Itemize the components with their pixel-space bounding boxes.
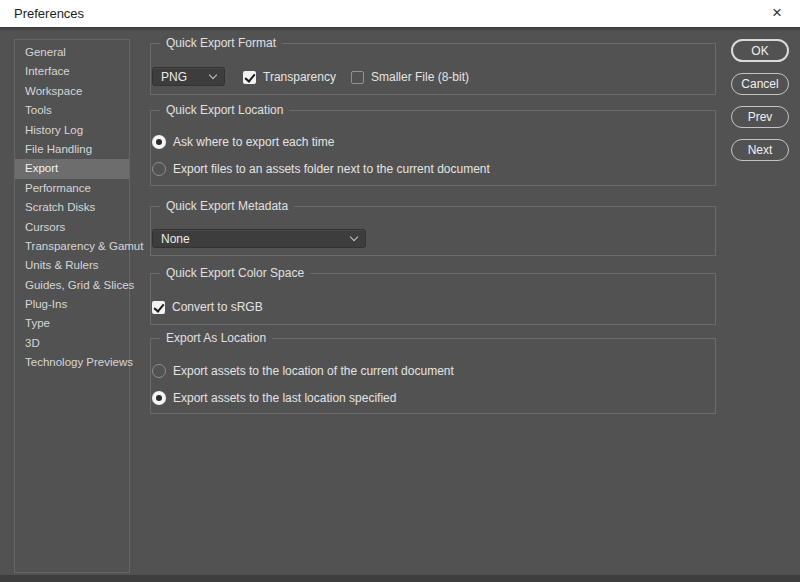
dialog-title: Preferences bbox=[0, 6, 84, 21]
last-location-radio-row[interactable]: Export assets to the last location speci… bbox=[152, 389, 396, 407]
sidebar-item-workspace[interactable]: Workspace bbox=[15, 82, 129, 101]
dialog-body: General Interface Workspace Tools Histor… bbox=[0, 27, 800, 582]
assets-folder-label: Export files to an assets folder next to… bbox=[173, 162, 490, 176]
sidebar-item-scratch-disks[interactable]: Scratch Disks bbox=[15, 198, 129, 217]
current-document-radio[interactable] bbox=[152, 364, 166, 378]
sidebar-item-plug-ins[interactable]: Plug-Ins bbox=[15, 295, 129, 314]
sidebar-item-export[interactable]: Export bbox=[15, 159, 129, 178]
transparency-checkbox-row[interactable]: Transparency bbox=[243, 68, 336, 86]
chevron-down-icon bbox=[209, 71, 217, 79]
sidebar-item-general[interactable]: General bbox=[15, 43, 129, 62]
window-bottom-edge bbox=[0, 575, 800, 582]
titlebar: Preferences × bbox=[0, 0, 800, 27]
group-title: Export As Location bbox=[160, 331, 272, 345]
convert-srgb-label: Convert to sRGB bbox=[172, 300, 263, 314]
group-export-as-location: Export As Location Export assets to the … bbox=[150, 338, 716, 414]
metadata-dropdown-value: None bbox=[161, 232, 190, 246]
preferences-dialog: Preferences × General Interface Workspac… bbox=[0, 0, 800, 582]
ask-where-radio[interactable] bbox=[152, 135, 166, 149]
last-location-label: Export assets to the last location speci… bbox=[173, 391, 396, 405]
sidebar-item-units-rulers[interactable]: Units & Rulers bbox=[15, 256, 129, 275]
metadata-dropdown[interactable]: None bbox=[152, 229, 366, 248]
assets-folder-radio[interactable] bbox=[152, 162, 166, 176]
smaller-file-checkbox-row[interactable]: Smaller File (8-bit) bbox=[351, 68, 469, 86]
chevron-down-icon bbox=[350, 233, 358, 241]
next-button[interactable]: Next bbox=[731, 139, 789, 161]
close-icon[interactable]: × bbox=[762, 0, 792, 26]
sidebar-item-guides-grid-slices[interactable]: Guides, Grid & Slices bbox=[15, 276, 129, 295]
sidebar-item-3d[interactable]: 3D bbox=[15, 334, 129, 353]
sidebar-item-technology-previews[interactable]: Technology Previews bbox=[15, 353, 129, 372]
last-location-radio[interactable] bbox=[152, 391, 166, 405]
prev-button[interactable]: Prev bbox=[731, 106, 789, 128]
sidebar-item-performance[interactable]: Performance bbox=[15, 179, 129, 198]
format-dropdown[interactable]: PNG bbox=[152, 67, 225, 86]
group-quick-export-format: Quick Export Format PNG Transparency Sma… bbox=[150, 43, 716, 95]
sidebar-item-interface[interactable]: Interface bbox=[15, 62, 129, 81]
transparency-label: Transparency bbox=[263, 70, 336, 84]
format-dropdown-value: PNG bbox=[161, 70, 187, 84]
convert-srgb-checkbox[interactable] bbox=[152, 301, 165, 314]
sidebar-item-cursors[interactable]: Cursors bbox=[15, 218, 129, 237]
group-quick-export-location: Quick Export Location Ask where to expor… bbox=[150, 110, 716, 186]
convert-srgb-checkbox-row[interactable]: Convert to sRGB bbox=[152, 298, 263, 316]
group-title: Quick Export Location bbox=[160, 103, 289, 117]
sidebar-item-type[interactable]: Type bbox=[15, 314, 129, 333]
sidebar-item-transparency-gamut[interactable]: Transparency & Gamut bbox=[15, 237, 129, 256]
sidebar: General Interface Workspace Tools Histor… bbox=[14, 39, 130, 573]
button-column: OK Cancel Prev Next bbox=[731, 39, 789, 172]
assets-folder-radio-row[interactable]: Export files to an assets folder next to… bbox=[152, 160, 490, 178]
group-title: Quick Export Color Space bbox=[160, 266, 310, 280]
group-quick-export-metadata: Quick Export Metadata None bbox=[150, 206, 716, 256]
sidebar-item-file-handling[interactable]: File Handling bbox=[15, 140, 129, 159]
group-title: Quick Export Metadata bbox=[160, 199, 294, 213]
ask-where-label: Ask where to export each time bbox=[173, 135, 334, 149]
group-title: Quick Export Format bbox=[160, 36, 282, 50]
smaller-file-label: Smaller File (8-bit) bbox=[371, 70, 469, 84]
current-document-radio-row[interactable]: Export assets to the location of the cur… bbox=[152, 362, 454, 380]
ask-where-radio-row[interactable]: Ask where to export each time bbox=[152, 133, 334, 151]
group-quick-export-color-space: Quick Export Color Space Convert to sRGB bbox=[150, 273, 716, 325]
ok-button[interactable]: OK bbox=[731, 39, 789, 62]
smaller-file-checkbox[interactable] bbox=[351, 71, 364, 84]
transparency-checkbox[interactable] bbox=[243, 71, 256, 84]
sidebar-item-tools[interactable]: Tools bbox=[15, 101, 129, 120]
cancel-button[interactable]: Cancel bbox=[731, 73, 789, 95]
sidebar-item-history-log[interactable]: History Log bbox=[15, 121, 129, 140]
current-document-label: Export assets to the location of the cur… bbox=[173, 364, 454, 378]
